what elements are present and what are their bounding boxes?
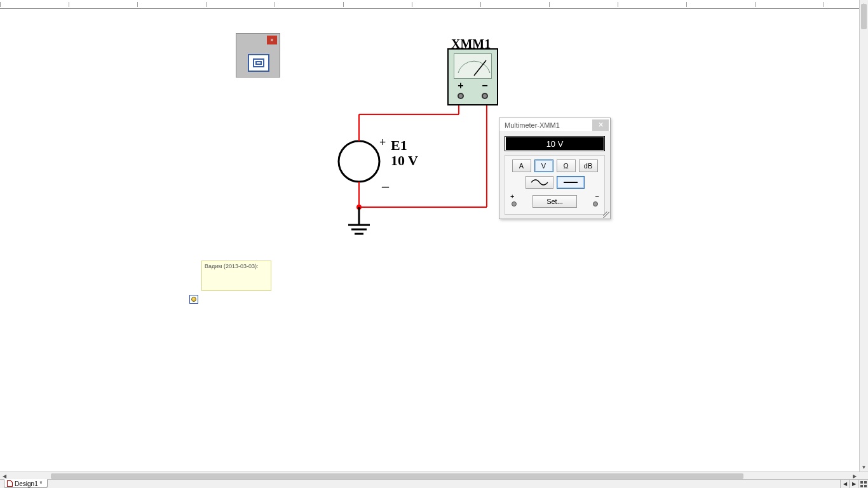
dialog-resize-grip[interactable] — [603, 212, 609, 218]
dialog-title: Multimeter-XMM1 — [505, 121, 591, 129]
instrument-polarity: + − — [449, 80, 497, 92]
multimeter-dialog[interactable]: Multimeter-XMM1 ✕ 10 V A V Ω dB + — [499, 118, 611, 219]
svg-rect-4 — [860, 481, 863, 484]
sine-icon — [530, 179, 549, 186]
sheet-tab-bar: Design1 * ◀ ▶ — [0, 479, 868, 488]
multimeter-instrument[interactable]: + − — [447, 48, 498, 105]
mode-ohm-button[interactable]: Ω — [557, 159, 576, 172]
sheet-tab[interactable]: Design1 * — [4, 479, 48, 488]
dialog-port-plus[interactable] — [512, 201, 517, 207]
set-button[interactable]: Set... — [532, 195, 577, 208]
hscroll-thumb[interactable] — [51, 473, 743, 479]
multimeter-gauge — [454, 53, 492, 79]
scroll-down-arrow-icon[interactable]: ▼ — [860, 463, 868, 471]
svg-rect-6 — [860, 485, 863, 487]
instrument-port-minus[interactable] — [482, 93, 488, 99]
vscroll-thumb[interactable] — [861, 4, 867, 29]
mode-amp-button[interactable]: A — [512, 159, 531, 172]
grid-icon — [860, 481, 867, 487]
palette-item-button[interactable] — [248, 54, 269, 72]
mode-row: A V Ω dB — [509, 159, 600, 172]
tab-nav-left-button[interactable]: ◀ — [840, 480, 849, 488]
source-value[interactable]: 10 V — [391, 152, 418, 169]
document-icon — [7, 480, 13, 487]
instrument-port-plus[interactable] — [458, 93, 464, 99]
svg-rect-5 — [864, 481, 867, 484]
comment-text: Вадим (2013-03-03): — [205, 263, 259, 269]
mode-volt-button[interactable]: V — [534, 159, 553, 172]
instrument-ports — [449, 93, 497, 99]
dialog-port-minus[interactable] — [593, 201, 598, 207]
dialog-titlebar[interactable]: Multimeter-XMM1 ✕ — [499, 118, 610, 132]
coupling-dc-button[interactable] — [557, 176, 585, 189]
multimeter-controls: A V Ω dB + Set... − — [505, 155, 605, 215]
comment-note[interactable]: Вадим (2013-03-03): — [201, 261, 271, 291]
close-icon: × — [270, 37, 273, 43]
svg-line-2 — [474, 60, 486, 76]
coupling-ac-button[interactable] — [526, 176, 553, 189]
ruler-ticks — [0, 2, 859, 7]
coupling-row — [509, 176, 600, 189]
comment-anchor-icon[interactable] — [189, 295, 198, 304]
dc-source-symbol — [339, 141, 379, 182]
dialog-term-plus: + — [510, 193, 514, 200]
tab-grid-button[interactable] — [858, 480, 868, 488]
svg-rect-7 — [864, 485, 867, 487]
schematic-canvas[interactable]: + _ E1 10 V XMM1 + − × Multimeter-XMM1 — [0, 9, 859, 471]
dialog-terminal-row: + Set... − — [509, 193, 600, 208]
palette-close-button[interactable]: × — [267, 36, 277, 44]
dc-line-icon — [561, 179, 580, 186]
tab-nav-right-button[interactable]: ▶ — [849, 480, 858, 488]
close-icon: ✕ — [598, 121, 604, 129]
dialog-term-minus: − — [595, 193, 599, 200]
top-ruler — [0, 0, 859, 9]
palette-item-icon — [253, 58, 264, 67]
dialog-close-button[interactable]: ✕ — [592, 119, 609, 131]
design-toolbox-palette[interactable]: × — [236, 33, 280, 78]
multimeter-reading: 10 V — [505, 136, 605, 151]
schematic-svg — [0, 9, 851, 466]
source-plus: + — [379, 136, 386, 149]
instrument-minus: − — [482, 80, 487, 92]
vertical-scrollbar[interactable]: ▲ ▼ — [859, 0, 868, 471]
mode-db-button[interactable]: dB — [579, 159, 598, 172]
source-name[interactable]: E1 — [391, 137, 407, 154]
note-icon — [191, 297, 196, 302]
instrument-plus: + — [458, 80, 463, 92]
source-minus: _ — [382, 173, 389, 189]
sheet-tab-label: Design1 * — [15, 480, 42, 487]
